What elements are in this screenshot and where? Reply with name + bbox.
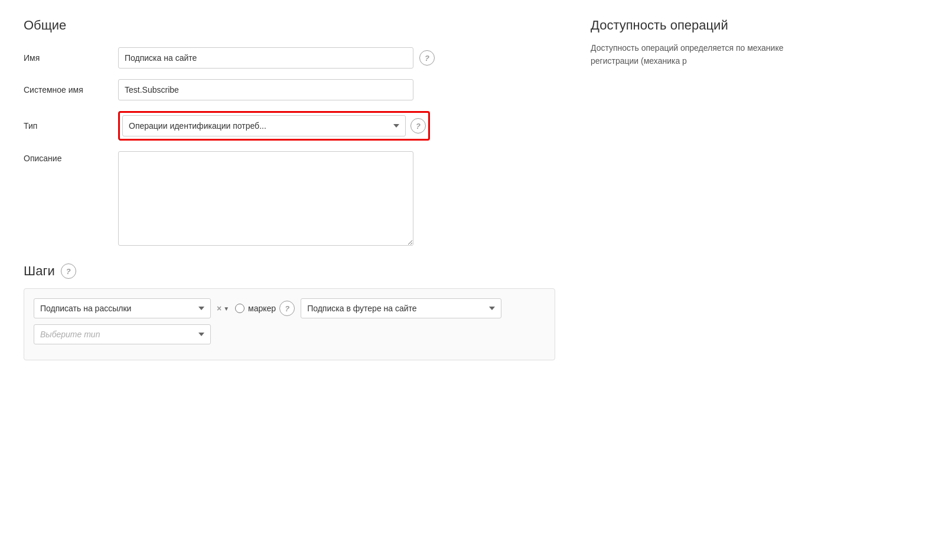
steps-container: Подписать на рассылки × ▼ маркер ? Подпи… <box>24 288 555 360</box>
step-1-row: Подписать на рассылки × ▼ маркер ? Подпи… <box>34 298 545 318</box>
type-row: Тип Операции идентификации потреб... ? <box>24 111 555 141</box>
type-highlight-wrapper: Операции идентификации потреб... ? <box>118 111 430 141</box>
step-1-value-select[interactable]: Подписка в футере на сайте <box>301 298 501 318</box>
step-2-type-select[interactable]: Выберите тип <box>34 324 211 344</box>
description-row: Описание <box>24 151 555 246</box>
step-1-remove-button[interactable]: × ▼ <box>217 304 229 313</box>
name-help-icon[interactable]: ? <box>419 50 435 66</box>
name-label: Имя <box>24 53 118 63</box>
step-dropdown-arrow-icon: ▼ <box>223 305 229 312</box>
marker-label: маркер <box>248 304 276 313</box>
description-label: Описание <box>24 151 118 163</box>
general-section-title: Общие <box>24 18 555 33</box>
marker-group: маркер ? <box>235 301 295 316</box>
type-select[interactable]: Операции идентификации потреб... <box>122 115 406 136</box>
marker-radio[interactable] <box>235 304 245 313</box>
right-section: Доступность операций Доступность операци… <box>591 18 921 360</box>
step-2-row: Выберите тип <box>34 324 545 344</box>
steps-title: Шаги ? <box>24 263 555 279</box>
left-section: Общие Имя ? Системное имя Тип Операции и… <box>24 18 555 360</box>
name-row: Имя ? <box>24 47 555 69</box>
name-input[interactable] <box>118 47 413 69</box>
remove-icon: × <box>217 304 221 313</box>
description-textarea[interactable] <box>118 151 413 246</box>
availability-title: Доступность операций <box>591 18 921 33</box>
name-control-wrap: ? <box>118 47 555 69</box>
step-1-action-select[interactable]: Подписать на рассылки <box>34 298 211 318</box>
system-name-label: Системное имя <box>24 85 118 95</box>
type-help-icon[interactable]: ? <box>410 118 426 134</box>
marker-help-icon[interactable]: ? <box>279 301 295 316</box>
steps-help-icon[interactable]: ? <box>61 263 76 279</box>
system-name-row: Системное имя <box>24 79 555 100</box>
steps-section: Шаги ? Подписать на рассылки × ▼ маркер <box>24 263 555 360</box>
type-label: Тип <box>24 121 118 131</box>
system-name-control-wrap <box>118 79 555 100</box>
steps-title-text: Шаги <box>24 263 55 279</box>
system-name-input[interactable] <box>118 79 413 100</box>
availability-description: Доступность операций определяется по мех… <box>591 41 827 68</box>
